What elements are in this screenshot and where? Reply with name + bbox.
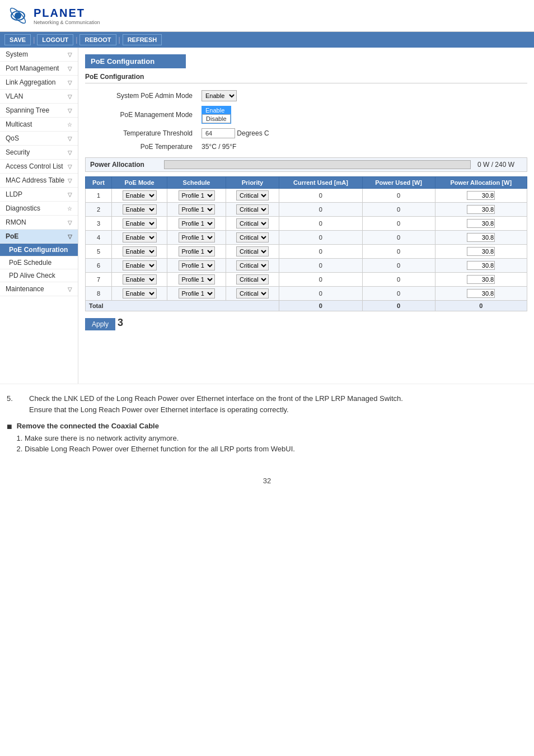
priority-select-6[interactable]: CriticalHighLow bbox=[236, 260, 269, 270]
mode-select-7[interactable]: EnableDisable bbox=[123, 274, 157, 284]
cell-allocation-1[interactable] bbox=[435, 189, 527, 203]
cell-schedule-8[interactable]: Profile 1Profile 2Profile 3 bbox=[167, 287, 226, 301]
schedule-select-1[interactable]: Profile 1Profile 2Profile 3 bbox=[179, 190, 215, 200]
schedule-select-8[interactable]: Profile 1Profile 2Profile 3 bbox=[179, 288, 215, 298]
sidebar-label-diagnostics: Diagnostics bbox=[6, 204, 40, 212]
allocation-input-5[interactable] bbox=[467, 247, 495, 256]
cell-mode-1[interactable]: EnableDisable bbox=[111, 189, 167, 203]
cell-priority-3[interactable]: CriticalHighLow bbox=[226, 217, 279, 231]
cell-mode-2[interactable]: EnableDisable bbox=[111, 203, 167, 217]
apply-button[interactable]: Apply bbox=[85, 318, 115, 330]
allocation-input-7[interactable] bbox=[467, 275, 495, 284]
mode-select-8[interactable]: EnableDisable bbox=[123, 288, 157, 298]
sidebar-item-mac[interactable]: MAC Address Table ▽ bbox=[0, 174, 78, 188]
cell-mode-3[interactable]: EnableDisable bbox=[111, 217, 167, 231]
mode-select-1[interactable]: EnableDisable bbox=[123, 190, 157, 200]
cell-priority-7[interactable]: CriticalHighLow bbox=[226, 273, 279, 287]
temp-threshold-input[interactable]: 64 bbox=[202, 128, 235, 138]
reboot-button[interactable]: REBOOT bbox=[79, 34, 116, 45]
sidebar-item-qos[interactable]: QoS ▽ bbox=[0, 132, 78, 146]
cell-allocation-2[interactable] bbox=[435, 203, 527, 217]
cell-allocation-6[interactable] bbox=[435, 259, 527, 273]
cell-schedule-5[interactable]: Profile 1Profile 2Profile 3 bbox=[167, 245, 226, 259]
sidebar-item-link-aggregation[interactable]: Link Aggregation ▽ bbox=[0, 76, 78, 90]
mode-select-3[interactable]: EnableDisable bbox=[123, 218, 157, 228]
mgmt-mode-dropdown[interactable]: Enable Disable bbox=[202, 106, 231, 124]
schedule-select-5[interactable]: Profile 1Profile 2Profile 3 bbox=[179, 246, 215, 256]
cell-mode-6[interactable]: EnableDisable bbox=[111, 259, 167, 273]
cell-allocation-5[interactable] bbox=[435, 245, 527, 259]
bullet-section: ■ Remove the connected the Coaxial Cable… bbox=[7, 422, 527, 453]
cell-priority-5[interactable]: CriticalHighLow bbox=[226, 245, 279, 259]
sidebar-item-spanning-tree[interactable]: Spanning Tree ▽ bbox=[0, 104, 78, 118]
cell-schedule-4[interactable]: Profile 1Profile 2Profile 3 bbox=[167, 231, 226, 245]
mode-select-5[interactable]: EnableDisable bbox=[123, 246, 157, 256]
cell-allocation-4[interactable] bbox=[435, 231, 527, 245]
sidebar-item-security[interactable]: Security ▽ bbox=[0, 146, 78, 160]
cell-priority-4[interactable]: CriticalHighLow bbox=[226, 231, 279, 245]
schedule-select-4[interactable]: Profile 1Profile 2Profile 3 bbox=[179, 232, 215, 242]
cell-schedule-2[interactable]: Profile 1Profile 2Profile 3 bbox=[167, 203, 226, 217]
mode-select-6[interactable]: EnableDisable bbox=[123, 260, 157, 270]
mode-select-2[interactable]: EnableDisable bbox=[123, 204, 157, 214]
cell-mode-4[interactable]: EnableDisable bbox=[111, 231, 167, 245]
schedule-select-6[interactable]: Profile 1Profile 2Profile 3 bbox=[179, 260, 215, 270]
admin-mode-select[interactable]: Enable Disable bbox=[202, 90, 237, 101]
priority-select-3[interactable]: CriticalHighLow bbox=[236, 218, 269, 228]
sidebar-item-maintenance[interactable]: Maintenance ▽ bbox=[0, 282, 78, 296]
priority-select-7[interactable]: CriticalHighLow bbox=[236, 274, 269, 284]
total-row: Total 0 0 0 bbox=[86, 301, 527, 311]
sidebar-sub-poe-schedule[interactable]: PoE Schedule bbox=[0, 256, 78, 269]
sidebar-item-rmon[interactable]: RMON ▽ bbox=[0, 216, 78, 230]
schedule-select-3[interactable]: Profile 1Profile 2Profile 3 bbox=[179, 218, 215, 228]
cell-priority-8[interactable]: CriticalHighLow bbox=[226, 287, 279, 301]
schedule-select-2[interactable]: Profile 1Profile 2Profile 3 bbox=[179, 204, 215, 214]
total-power: 0 bbox=[362, 301, 435, 311]
mode-select-4[interactable]: EnableDisable bbox=[123, 232, 157, 242]
sidebar-item-lldp[interactable]: LLDP ▽ bbox=[0, 188, 78, 202]
priority-select-1[interactable]: CriticalHighLow bbox=[236, 190, 269, 200]
cell-priority-1[interactable]: CriticalHighLow bbox=[226, 189, 279, 203]
sidebar-item-diagnostics[interactable]: Diagnostics ☆ bbox=[0, 202, 78, 216]
cell-mode-7[interactable]: EnableDisable bbox=[111, 273, 167, 287]
cell-schedule-1[interactable]: Profile 1Profile 2Profile 3 bbox=[167, 189, 226, 203]
sidebar-item-system[interactable]: System ▽ bbox=[0, 48, 78, 62]
priority-select-5[interactable]: CriticalHighLow bbox=[236, 246, 269, 256]
sidebar-sub-label-poe-config: PoE Configuration bbox=[9, 246, 68, 254]
priority-select-2[interactable]: CriticalHighLow bbox=[236, 204, 269, 214]
table-row: 5 EnableDisable Profile 1Profile 2Profil… bbox=[86, 245, 527, 259]
sidebar-item-multicast[interactable]: Multicast ☆ bbox=[0, 118, 78, 132]
priority-select-8[interactable]: CriticalHighLow bbox=[236, 288, 269, 298]
cell-mode-5[interactable]: EnableDisable bbox=[111, 245, 167, 259]
cell-allocation-8[interactable] bbox=[435, 287, 527, 301]
priority-select-4[interactable]: CriticalHighLow bbox=[236, 232, 269, 242]
cell-allocation-3[interactable] bbox=[435, 217, 527, 231]
sidebar-item-vlan[interactable]: VLAN ▽ bbox=[0, 90, 78, 104]
cell-schedule-7[interactable]: Profile 1Profile 2Profile 3 bbox=[167, 273, 226, 287]
allocation-input-3[interactable] bbox=[467, 219, 495, 228]
sidebar-arrow-system: ▽ bbox=[68, 52, 72, 58]
sidebar-item-poe[interactable]: PoE ▽ bbox=[0, 230, 78, 244]
cell-priority-6[interactable]: CriticalHighLow bbox=[226, 259, 279, 273]
allocation-input-1[interactable] bbox=[467, 191, 495, 200]
sidebar-sub-poe-config[interactable]: PoE Configuration bbox=[0, 244, 78, 256]
sidebar-item-acl[interactable]: Access Control List ▽ bbox=[0, 160, 78, 174]
allocation-input-2[interactable] bbox=[467, 205, 495, 214]
sidebar-item-port-management[interactable]: Port Management ▽ bbox=[0, 62, 78, 76]
schedule-select-7[interactable]: Profile 1Profile 2Profile 3 bbox=[179, 274, 215, 284]
cell-mode-8[interactable]: EnableDisable bbox=[111, 287, 167, 301]
allocation-input-4[interactable] bbox=[467, 233, 495, 242]
allocation-input-6[interactable] bbox=[467, 261, 495, 270]
cell-schedule-6[interactable]: Profile 1Profile 2Profile 3 bbox=[167, 259, 226, 273]
col-header-mode: PoE Mode bbox=[111, 177, 167, 189]
sidebar-sub-pd-alive[interactable]: PD Alive Check bbox=[0, 269, 78, 282]
allocation-input-8[interactable] bbox=[467, 289, 495, 298]
save-button[interactable]: SAVE bbox=[4, 34, 31, 45]
refresh-button[interactable]: REFRESH bbox=[123, 34, 162, 45]
cell-schedule-3[interactable]: Profile 1Profile 2Profile 3 bbox=[167, 217, 226, 231]
logo-planet-label: PLANET bbox=[34, 7, 100, 20]
cell-allocation-7[interactable] bbox=[435, 273, 527, 287]
power-allocation-row: Power Allocation 0 W / 240 W bbox=[85, 157, 527, 172]
logout-button[interactable]: LOGOUT bbox=[37, 34, 73, 45]
cell-priority-2[interactable]: CriticalHighLow bbox=[226, 203, 279, 217]
